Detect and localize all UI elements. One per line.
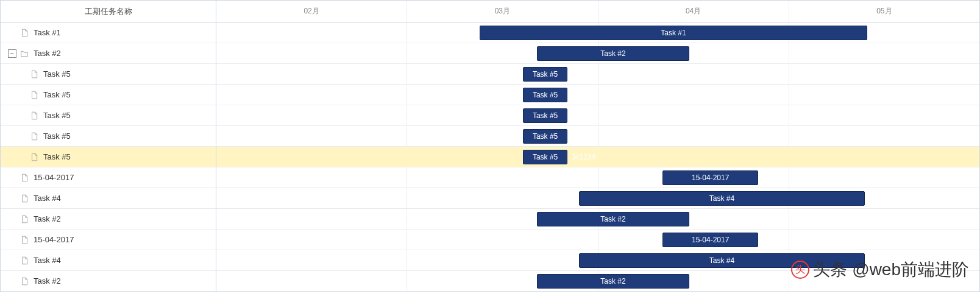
gantt-bar-label: 15-04-2017: [692, 174, 729, 182]
task-name-label: Task #4: [34, 256, 61, 265]
timeline-panel: 02月03月04月05月 Task #1Task #2Task #5Task #…: [216, 1, 979, 292]
gantt-bar[interactable]: 15-04-2017: [662, 170, 758, 185]
file-icon: [30, 70, 38, 79]
timeline-row: Task #4: [216, 250, 979, 271]
timeline-row: Task #5341234: [216, 147, 979, 167]
timeline-row: Task #4: [216, 188, 979, 209]
timeline-row: Task #5: [216, 85, 979, 105]
file-icon: [20, 256, 29, 265]
task-row[interactable]: Task #4: [1, 250, 216, 271]
gantt-bar[interactable]: 15-04-2017: [662, 233, 758, 247]
file-icon: [20, 215, 29, 223]
file-icon: [30, 153, 38, 161]
gantt-bar[interactable]: Task #5: [523, 108, 567, 123]
month-header-cell: 04月: [598, 1, 789, 22]
gantt-bar-label: Task #2: [600, 215, 625, 223]
task-row[interactable]: Task #5: [1, 147, 216, 167]
task-name-label: Task #4: [34, 194, 61, 203]
gantt-bar[interactable]: Task #5: [523, 88, 567, 102]
timeline-row: 15-04-2017: [216, 167, 979, 188]
file-icon: [30, 111, 38, 120]
task-name-label: 15-04-2017: [34, 173, 74, 182]
task-name-label: Task #5: [43, 152, 71, 161]
gantt-bar-side-text: 341234: [571, 153, 595, 161]
task-row[interactable]: −Task #2: [1, 43, 216, 64]
task-row[interactable]: Task #5: [1, 105, 216, 126]
gantt-bar[interactable]: Task #2: [537, 212, 689, 226]
gantt-bar-label: Task #1: [661, 29, 686, 37]
timeline-row: Task #2: [216, 43, 979, 64]
gantt-bar-label: Task #4: [709, 194, 734, 203]
month-header-cell: 03月: [407, 1, 598, 22]
gantt-bar-label: Task #5: [533, 153, 558, 161]
file-icon: [20, 174, 29, 182]
gantt-bar[interactable]: Task #1: [480, 26, 867, 40]
gantt-bar-label: Task #5: [533, 91, 558, 99]
month-header-cell: 05月: [789, 1, 979, 22]
column-header-label: 工期任务名称: [85, 6, 132, 17]
gantt-bar-label: 15-04-2017: [692, 236, 729, 244]
task-row[interactable]: Task #2: [1, 209, 216, 230]
gantt-bar-label: Task #2: [600, 49, 625, 58]
file-icon: [20, 29, 29, 37]
timeline-header: 02月03月04月05月: [216, 1, 979, 23]
task-grid-panel: 工期任务名称 Task #1−Task #2Task #5Task #5Task…: [1, 1, 216, 292]
gantt-bar[interactable]: Task #5: [523, 150, 567, 164]
timeline-row: Task #2: [216, 209, 979, 230]
task-row[interactable]: 15-04-2017: [1, 167, 216, 188]
task-row[interactable]: Task #5: [1, 85, 216, 105]
gantt-bar[interactable]: Task #4: [579, 253, 865, 268]
task-name-label: Task #5: [43, 90, 71, 99]
gantt-bar[interactable]: Task #4: [579, 191, 865, 206]
gantt-bar-label: Task #5: [533, 132, 558, 141]
collapse-button[interactable]: −: [8, 49, 16, 58]
month-header-cell: 02月: [216, 1, 407, 22]
task-name-label: Task #2: [34, 276, 61, 286]
file-icon: [20, 194, 29, 203]
gantt-bar-label: Task #5: [533, 111, 558, 120]
file-icon: [30, 132, 38, 141]
timeline-body[interactable]: Task #1Task #2Task #5Task #5Task #5Task …: [216, 23, 979, 292]
timeline-row: Task #5: [216, 64, 979, 85]
gantt-bar-label: Task #4: [709, 256, 734, 265]
file-icon: [30, 91, 38, 99]
file-icon: [20, 277, 29, 286]
timeline-row: Task #1: [216, 23, 979, 43]
task-row[interactable]: 15-04-2017: [1, 230, 216, 250]
task-name-label: Task #5: [43, 131, 71, 141]
file-icon: [20, 236, 29, 244]
timeline-row: Task #2: [216, 271, 979, 292]
task-row[interactable]: Task #4: [1, 188, 216, 209]
task-name-label: Task #1: [34, 28, 61, 37]
gantt-bar[interactable]: Task #5: [523, 67, 567, 82]
task-name-label: Task #5: [43, 69, 71, 79]
grid-column-header: 工期任务名称: [1, 1, 216, 23]
folder-icon: [20, 49, 29, 58]
task-name-label: Task #2: [34, 214, 61, 223]
gantt-bar[interactable]: Task #2: [537, 274, 689, 289]
gantt-bar-label: Task #5: [533, 70, 558, 79]
timeline-row: Task #5: [216, 105, 979, 126]
gantt-bar[interactable]: Task #5: [523, 129, 567, 144]
task-row[interactable]: Task #5: [1, 64, 216, 85]
timeline-row: 15-04-2017: [216, 230, 979, 250]
gantt-bar[interactable]: Task #2: [537, 46, 689, 61]
timeline-row: Task #5: [216, 126, 979, 147]
task-name-label: Task #2: [34, 49, 61, 58]
task-name-label: Task #5: [43, 111, 71, 120]
task-name-label: 15-04-2017: [34, 235, 74, 244]
task-row[interactable]: Task #2: [1, 271, 216, 292]
gantt-bar-label: Task #2: [600, 277, 625, 286]
task-row[interactable]: Task #5: [1, 126, 216, 147]
task-row[interactable]: Task #1: [1, 23, 216, 43]
gantt-chart: 工期任务名称 Task #1−Task #2Task #5Task #5Task…: [0, 0, 980, 292]
